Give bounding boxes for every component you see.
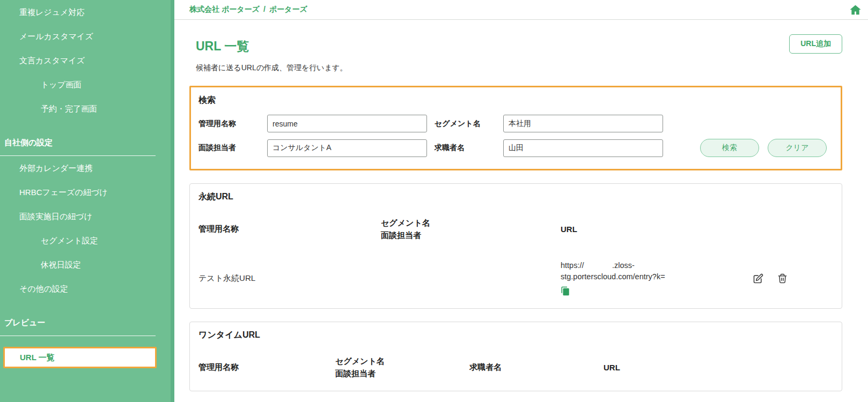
sidebar-item-mail-customize[interactable]: メールカスタマイズ: [0, 24, 174, 48]
page-content: URL 一覧 URL追加 候補者に送るURLの作成、管理を行います。 検索 管理…: [174, 20, 868, 391]
sidebar-scrollbar[interactable]: [171, 0, 174, 402]
interviewer-input[interactable]: [267, 139, 427, 157]
row-actions: [753, 273, 833, 284]
col-header-interviewer: 面談担当者: [381, 229, 561, 241]
sidebar-nav: 重複レジュメ対応 メールカスタマイズ 文言カスタマイズ トップ画面 予約・完了画…: [0, 0, 174, 368]
add-url-button[interactable]: URL追加: [789, 34, 842, 54]
copy-icon[interactable]: [561, 286, 570, 296]
field-admin-name: 管理用名称: [198, 115, 435, 132]
search-buttons: 検索 クリア: [676, 139, 832, 157]
jobseeker-name-input[interactable]: [503, 139, 663, 157]
sidebar-item-reserve-complete-screen[interactable]: 予約・完了画面: [0, 96, 174, 121]
sidebar-item-url-list[interactable]: URL 一覧: [3, 347, 157, 368]
permanent-url-section: 永続URL 管理用名称 セグメント名 面談担当者 URL テスト永続URL ht…: [189, 183, 842, 309]
search-form: 管理用名称 セグメント名 面談担当者 求職者名: [198, 115, 832, 157]
col-header-url: URL: [604, 363, 833, 372]
admin-name-input[interactable]: [267, 115, 427, 132]
col-header-segment: セグメント名: [381, 217, 561, 229]
sidebar-item-top-screen[interactable]: トップ画面: [0, 72, 174, 96]
breadcrumb-current[interactable]: ポーターズ: [269, 5, 307, 13]
admin-name-label: 管理用名称: [198, 119, 267, 129]
sidebar-item-holiday-settings[interactable]: 休祝日設定: [0, 252, 174, 277]
sidebar-section-preview: プレビュー: [0, 312, 156, 336]
row-admin-name: テスト永続URL: [198, 273, 381, 284]
clear-button[interactable]: クリア: [768, 139, 827, 157]
breadcrumb-separator: /: [263, 5, 266, 13]
col-header-admin-name: 管理用名称: [198, 362, 335, 373]
edit-icon[interactable]: [753, 273, 763, 284]
sidebar-item-other-settings[interactable]: その他の設定: [0, 277, 174, 301]
search-panel: 検索 管理用名称 セグメント名 面談担当者: [189, 86, 842, 170]
page-description: 候補者に送るURLの作成、管理を行います。: [196, 63, 842, 73]
jobseeker-name-label: 求職者名: [435, 143, 503, 153]
trash-icon[interactable]: [777, 273, 788, 284]
sidebar-item-hrbc-phase[interactable]: HRBCフェーズの紐づけ: [0, 180, 174, 204]
row-url-cell: https:// .zloss- stg.porterscloud.com/en…: [561, 260, 753, 298]
onetime-url-table-header: 管理用名称 セグメント名 面談担当者 求職者名 URL: [198, 355, 833, 380]
col-header-jobseeker: 求職者名: [469, 362, 604, 373]
segment-name-input[interactable]: [503, 115, 663, 132]
sidebar-section-company-settings: 自社側の設定: [0, 132, 156, 156]
col-header-segment-interviewer: セグメント名 面談担当者: [381, 217, 561, 242]
breadcrumb: 株式会社 ポーターズ/ポーターズ: [189, 5, 307, 14]
search-title: 検索: [198, 95, 832, 106]
sidebar-item-external-calendar[interactable]: 外部カレンダー連携: [0, 156, 174, 180]
sidebar-item-segment-settings[interactable]: セグメント設定: [0, 228, 174, 252]
field-jobseeker-name: 求職者名: [435, 139, 676, 157]
row-url-text: https:// .zloss- stg.porterscloud.com/en…: [561, 260, 705, 284]
col-header-segment-interviewer: セグメント名 面談担当者: [335, 355, 469, 380]
col-header-interviewer: 面談担当者: [335, 367, 469, 379]
app-root: 重複レジュメ対応 メールカスタマイズ 文言カスタマイズ トップ画面 予約・完了画…: [0, 0, 868, 402]
search-button[interactable]: 検索: [700, 139, 759, 157]
main-area: 株式会社 ポーターズ/ポーターズ URL 一覧 URL追加 候補者に送るURLの…: [174, 0, 868, 402]
sidebar-item-text-customize[interactable]: 文言カスタマイズ: [0, 48, 174, 72]
sidebar: 重複レジュメ対応 メールカスタマイズ 文言カスタマイズ トップ画面 予約・完了画…: [0, 0, 174, 402]
page-header: URL 一覧 URL追加: [189, 33, 842, 55]
interviewer-label: 面談担当者: [198, 143, 267, 153]
permanent-url-table-header: 管理用名称 セグメント名 面談担当者 URL: [198, 217, 833, 242]
sidebar-item-duplicate-resume[interactable]: 重複レジュメ対応: [0, 0, 174, 24]
col-header-segment: セグメント名: [335, 355, 469, 367]
col-header-url: URL: [561, 225, 753, 234]
col-header-admin-name: 管理用名称: [198, 224, 381, 234]
onetime-url-title: ワンタイムURL: [198, 330, 833, 341]
home-icon[interactable]: [849, 4, 862, 16]
permanent-url-title: 永続URL: [198, 191, 833, 203]
page-title: URL 一覧: [196, 38, 249, 55]
sidebar-item-interview-date[interactable]: 面談実施日の紐づけ: [0, 204, 174, 228]
field-interviewer: 面談担当者: [198, 139, 435, 157]
field-segment-name: セグメント名: [435, 115, 676, 132]
onetime-url-section: ワンタイムURL 管理用名称 セグメント名 面談担当者 求職者名 URL: [189, 322, 842, 391]
breadcrumb-company[interactable]: 株式会社 ポーターズ: [189, 5, 260, 13]
table-row: テスト永続URL https:// .zloss- stg.portersclo…: [198, 260, 833, 298]
segment-name-label: セグメント名: [435, 119, 503, 129]
topbar: 株式会社 ポーターズ/ポーターズ: [174, 0, 868, 20]
